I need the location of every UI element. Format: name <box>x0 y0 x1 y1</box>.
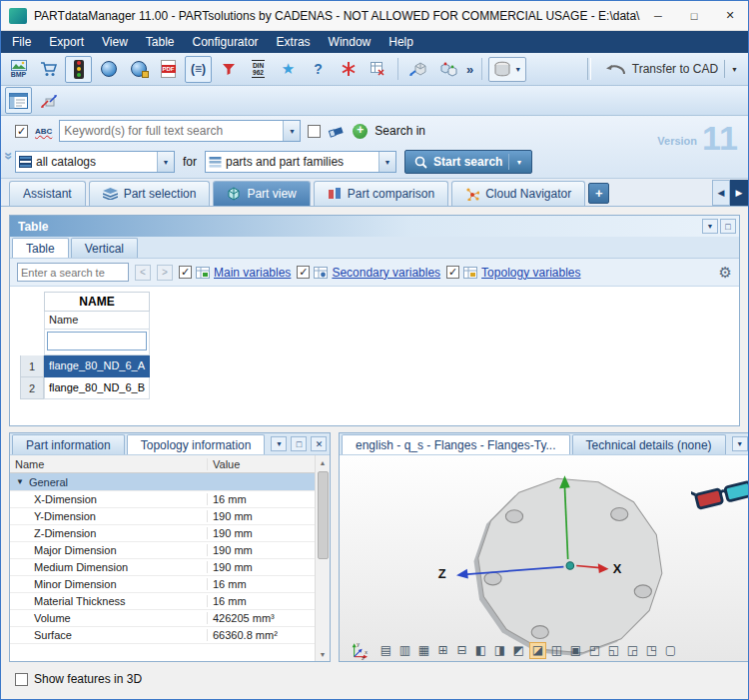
menu-item-extras[interactable]: Extras <box>268 32 320 52</box>
tab-part-comparison[interactable]: Part comparison <box>314 181 448 206</box>
left-view-icon[interactable]: ◰ <box>586 642 603 659</box>
rotate-view-icon[interactable]: ◨ <box>491 642 508 659</box>
tab-part-selection[interactable]: Part selection <box>89 181 211 206</box>
add-tab-button[interactable]: + <box>588 183 609 204</box>
scope-dropdown-button[interactable]: ▼ <box>378 152 395 172</box>
table-row[interactable]: 2 flange_80_ND_6_B <box>20 377 739 399</box>
active-view-mode-icon[interactable]: ◪ <box>529 642 546 659</box>
search-next-button[interactable]: > <box>157 265 173 281</box>
column-header-name[interactable]: NAME <box>44 292 150 312</box>
view-panel-dropdown-button[interactable]: ▼ <box>732 436 748 451</box>
tab-vertical-view[interactable]: Vertical <box>71 238 138 258</box>
tab-scroll-right-button[interactable]: ▶ <box>730 180 748 206</box>
back-view-icon[interactable]: ▣ <box>567 642 584 659</box>
help-button[interactable]: ? <box>305 56 332 83</box>
menu-item-file[interactable]: File <box>3 32 40 52</box>
3d-scene[interactable]: X Z <box>340 455 749 661</box>
menu-item-window[interactable]: Window <box>320 32 380 52</box>
preview-3d-dropdown[interactable]: ▼ <box>488 57 526 82</box>
maximize-button[interactable]: □ <box>676 1 712 30</box>
web-export-button[interactable] <box>125 56 152 83</box>
secondary-variables-link[interactable]: Secondary variables <box>332 266 440 280</box>
tab-model-view[interactable]: english - q_s - Flanges - Flanges-Ty... <box>342 434 570 454</box>
info-panel-maximize-button[interactable]: □ <box>291 436 307 451</box>
remove-filter-button[interactable] <box>215 56 242 83</box>
secondary-variables-checkbox[interactable]: ✓ <box>297 266 310 279</box>
show-features-checkbox[interactable] <box>15 673 28 686</box>
scroll-thumb[interactable] <box>318 471 329 559</box>
tab-part-information[interactable]: Part information <box>12 434 125 454</box>
add-search-condition-button[interactable]: + <box>353 124 368 139</box>
insert-to-cad-button[interactable] <box>404 56 431 83</box>
transfer-to-cad-button[interactable]: Transfer to CAD ▼ <box>598 56 744 83</box>
search-prev-button[interactable]: < <box>135 265 151 281</box>
3d-viewport[interactable]: X Z y <box>340 455 749 661</box>
group-row-general[interactable]: ▼ General <box>10 473 315 491</box>
toolbar-overflow-chevron[interactable]: » <box>464 62 475 77</box>
menu-item-view[interactable]: View <box>93 32 137 52</box>
layers-view-icon[interactable]: ▤ <box>377 642 394 659</box>
column-header-value[interactable]: Value <box>208 458 315 470</box>
transfer-dropdown-button[interactable]: ▼ <box>724 60 738 78</box>
column-header-name[interactable]: Name <box>10 458 208 470</box>
table-panel-maximize-button[interactable]: □ <box>720 219 736 234</box>
tab-scroll-left-button[interactable]: ◀ <box>712 180 730 206</box>
menu-item-configurator[interactable]: Configurator <box>184 32 268 52</box>
menu-item-help[interactable]: Help <box>379 32 422 52</box>
right-view-icon[interactable]: ◱ <box>605 642 622 659</box>
table-settings-gear-icon[interactable]: ⚙ <box>719 264 732 282</box>
wireframe-view-icon[interactable]: ▦ <box>415 642 432 659</box>
pdf-export-button[interactable]: PDF <box>155 56 182 83</box>
zoom-in-icon[interactable]: ⊞ <box>434 642 451 659</box>
din-standards-button[interactable]: DIN962 <box>245 56 272 83</box>
bmp-export-button[interactable]: BMP <box>5 56 32 83</box>
info-panel-dropdown-button[interactable]: ▼ <box>271 436 287 451</box>
eraser-icon[interactable] <box>328 125 346 138</box>
catalog-dropdown-button[interactable]: ▼ <box>157 152 174 172</box>
part-name-cell[interactable]: flange_80_ND_6_B <box>44 377 150 399</box>
keyword-search-input[interactable] <box>60 124 283 138</box>
collapse-chevrons-icon[interactable]: « <box>0 152 15 160</box>
tab-part-view[interactable]: Part view <box>213 181 310 206</box>
info-panel-close-button[interactable]: ✕ <box>311 436 327 451</box>
tab-technical-details[interactable]: Technical details (none) <box>572 434 726 454</box>
close-button[interactable]: ✕ <box>712 1 748 30</box>
topology-variables-checkbox[interactable]: ✓ <box>446 266 459 279</box>
cadenas-home-button[interactable] <box>335 56 362 83</box>
tab-assistant[interactable]: Assistant <box>9 181 86 206</box>
part-name-cell[interactable]: flange_80_ND_6_A <box>44 355 150 377</box>
order-cart-button[interactable] <box>35 56 62 83</box>
menu-item-export[interactable]: Export <box>40 32 93 52</box>
anaglyph-glasses-icon[interactable] <box>691 479 749 513</box>
start-search-dropdown[interactable]: ▼ <box>508 154 522 170</box>
tab-table-view[interactable]: Table <box>12 238 69 258</box>
topology-variables-link[interactable]: Topology variables <box>481 266 580 280</box>
iso-view-icon[interactable]: ▢ <box>662 642 679 659</box>
expander-icon[interactable]: ▼ <box>16 477 24 486</box>
catalog-select[interactable]: all catalogs ▼ <box>15 151 175 173</box>
table-row[interactable]: 1 flange_80_ND_6_A <box>20 355 739 377</box>
info-scrollbar[interactable]: ▲ ▼ <box>315 455 330 661</box>
zoom-out-icon[interactable]: ⊟ <box>453 642 470 659</box>
delete-table-button[interactable] <box>365 56 391 83</box>
start-search-button[interactable]: Start search ▼ <box>404 150 532 174</box>
top-view-icon[interactable]: ◲ <box>624 642 641 659</box>
main-variables-checkbox[interactable]: ✓ <box>179 266 192 279</box>
spellcheck-abc-icon[interactable]: ABC <box>35 127 52 136</box>
toolbar-grip[interactable] <box>587 58 591 80</box>
filter-expressions-button[interactable]: (≡) <box>185 56 212 83</box>
minimize-button[interactable]: ─ <box>640 1 676 30</box>
assembly-button[interactable] <box>434 56 461 83</box>
fulltext-checkbox[interactable]: ✓ <box>15 125 28 138</box>
table-search-input[interactable] <box>17 263 129 282</box>
docking-panel-button[interactable] <box>5 87 32 114</box>
main-variables-link[interactable]: Main variables <box>214 266 291 280</box>
menu-item-table[interactable]: Table <box>137 32 184 52</box>
scope-select[interactable]: parts and part families ▼ <box>205 151 396 173</box>
secondary-search-checkbox[interactable] <box>308 125 321 138</box>
part-axes-tool-button[interactable] <box>35 87 62 114</box>
bottom-view-icon[interactable]: ◳ <box>643 642 660 659</box>
scroll-down-button[interactable]: ▼ <box>316 647 331 661</box>
pan-view-icon[interactable]: ◩ <box>510 642 527 659</box>
shaded-view-icon[interactable]: ▥ <box>396 642 413 659</box>
